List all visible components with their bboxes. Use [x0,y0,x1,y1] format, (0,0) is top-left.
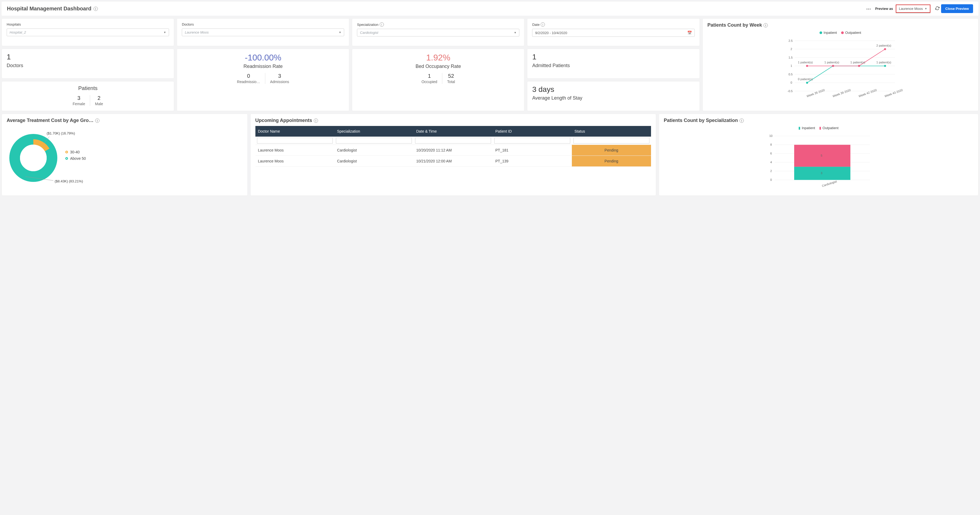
col-status[interactable]: Status [572,126,651,136]
kpi-patients-label: Patients [7,85,169,91]
cell-patientid: PT_139 [493,156,572,167]
readmission-sub2-lbl: Admissions [270,79,289,84]
svg-text:1 patient(s): 1 patient(s) [850,61,865,64]
chevron-down-icon: ▼ [514,31,517,34]
patients-by-week-title: Patients Count by Week i [708,22,973,28]
preview-as-label: Preview as [875,7,893,11]
spec-legend: ▮Inpatient ▮Outpatient [664,126,973,130]
alos-label: Average Length of Stay [532,95,694,101]
appointments-card: Upcoming Appointments i Doctor Name Spec… [250,114,656,196]
info-icon[interactable]: i [380,22,384,27]
table-row[interactable]: Laurence Moos Cardiologist 10/20/2020 11… [255,145,651,156]
svg-point-22 [806,65,808,67]
col-datetime[interactable]: Date & Time [414,126,493,136]
week-legend: Inpatient Outpatient [708,31,973,35]
filter-date-input[interactable]: 9/2/2020 - 10/4/2020 📅 [532,29,694,37]
filter-specialization-card: Specialization i Cardiologist ▼ [352,18,524,46]
info-icon[interactable]: i [764,23,768,27]
readmission-value: -100.00% [182,53,344,63]
svg-text:0 patient(s): 0 patient(s) [798,78,813,81]
topbar: Hospital Management Dashboard i ⋯ Previe… [2,2,978,16]
bed-occ-value: 1.92% [357,53,519,63]
svg-text:-0.5: -0.5 [788,89,792,93]
svg-text:5: 5 [821,154,822,157]
svg-text:4: 4 [770,160,772,164]
page-title: Hospital Management Dashboard i [7,6,98,12]
cell-doctor: Laurence Moos [255,156,334,167]
cell-datetime: 10/21/2020 12:00 AM [414,156,493,167]
refresh-button[interactable] [934,5,941,13]
info-icon[interactable]: i [94,7,98,11]
kpi-admitted-card: 1 Admitted Patients [527,49,700,79]
filter-status-input[interactable] [573,138,649,144]
refresh-icon [935,6,939,10]
close-preview-button[interactable]: Close Preview [941,4,973,13]
filter-hospitals-select[interactable]: Hospital_2 ▼ [7,29,169,36]
filter-date-card: Date i 9/2/2020 - 10/4/2020 📅 [527,18,700,46]
appointments-table: Doctor Name Specialization Date & Time P… [255,126,651,167]
chevron-down-icon: ▼ [164,31,166,34]
admitted-value: 1 [532,53,694,61]
svg-point-23 [832,65,834,67]
filter-doctors-label: Doctors [182,22,344,26]
legend-outpatient: ▮Outpatient [819,126,838,130]
legend-outpatient: Outpatient [841,31,861,35]
preview-as-select[interactable]: Laurence Moos ▼ [896,5,931,13]
info-icon[interactable]: i [95,119,99,123]
filter-spec-input[interactable] [336,138,412,144]
kpi-patients-card: Patients 3Female 2Male [2,81,174,111]
preview-as-value: Laurence Moos [899,7,923,11]
cell-spec: Cardiologist [334,156,414,167]
svg-text:Week 39 2020: Week 39 2020 [832,89,851,98]
legend-above-50: Above 50 [65,156,86,160]
svg-text:1 patient(s): 1 patient(s) [798,61,813,64]
info-icon[interactable]: i [541,22,545,27]
donut-label-a: ($1.70K) (16.79%) [47,131,75,135]
info-icon[interactable]: i [740,119,744,123]
kpi-readmission-card: -100.00% Readmission Rate 0Readmissio… 3… [177,49,349,111]
kpi-doctors-value: 1 [7,53,169,61]
cell-status: Pending [572,156,651,167]
svg-text:Week 35 2020: Week 35 2020 [806,89,825,98]
filter-patientid-input[interactable] [494,138,570,144]
kpi-doctors-card: 1 Doctors [2,49,174,79]
week-line-chart: 2.521.5 10.50-0.5 Week 35 2020 Week 39 2… [708,37,973,106]
filter-doctor-input[interactable] [257,138,333,144]
more-actions-button[interactable]: ⋯ [866,6,872,12]
col-doctor[interactable]: Doctor Name [255,126,334,136]
kpi-alos-card: 3 days Average Length of Stay [527,81,700,111]
svg-point-33 [20,144,47,171]
col-patientid[interactable]: Patient ID [493,126,572,136]
filter-hospitals-value: Hospital_2 [10,30,26,34]
svg-text:1 patient(s): 1 patient(s) [824,61,839,64]
filter-doctors-value: Laurence Moos [185,30,209,34]
kpi-doctors-label: Doctors [7,63,169,68]
info-icon[interactable]: i [314,119,318,123]
filter-doctors-card: Doctors Laurence Moos ▼ [177,18,349,46]
filter-doctors-select[interactable]: Laurence Moos ▼ [182,29,344,36]
patients-male-lbl: Male [95,102,103,106]
spec-bar-chart: 1086 420 5 3 Cardiologist [664,132,973,191]
bed-occ-sub1-val: 1 [422,73,437,79]
patients-by-spec-card: Patients Count by Specialization i ▮Inpa… [659,114,978,196]
cell-spec: Cardiologist [334,145,414,156]
page-title-text: Hospital Management Dashboard [7,6,91,12]
svg-text:2 patient(s): 2 patient(s) [876,44,891,47]
filter-specialization-select[interactable]: Cardiologist ▼ [357,29,519,36]
col-spec[interactable]: Specialization [334,126,414,136]
cell-datetime: 10/20/2020 11:12 AM [414,145,493,156]
patients-male-val: 2 [95,95,103,101]
alos-value: 3 days [532,85,694,94]
legend-inpatient: ▮Inpatient [799,126,815,130]
svg-text:0.5: 0.5 [788,73,792,76]
filter-specialization-value: Cardiologist [360,31,378,35]
filter-datetime-input[interactable] [415,138,491,144]
bed-occ-sub2-val: 52 [447,73,455,79]
cell-status: Pending [572,145,651,156]
svg-point-25 [884,48,886,50]
chevron-down-icon: ▼ [339,31,341,34]
table-row[interactable]: Laurence Moos Cardiologist 10/21/2020 12… [255,156,651,167]
donut-legend: 30-40 Above 50 [65,148,86,163]
svg-text:1: 1 [791,64,792,67]
patients-by-week-card: Patients Count by Week i Inpatient Outpa… [703,18,978,111]
